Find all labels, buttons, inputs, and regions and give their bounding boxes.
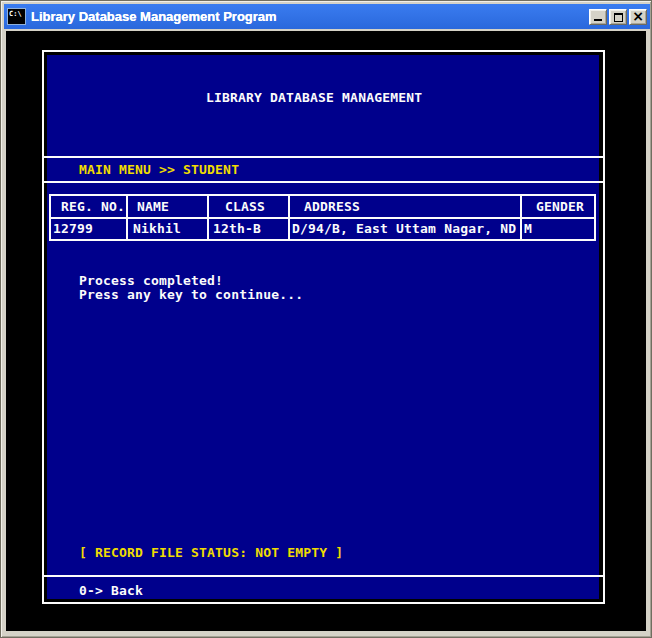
minimize-button[interactable] — [589, 9, 607, 25]
separator-line — [44, 575, 603, 577]
app-window: C:\ Library Database Management Program … — [0, 0, 652, 638]
table-header-row: REG. NO. NAME CLASS ADDRESS GENDER — [51, 196, 594, 219]
col-header-address: ADDRESS — [288, 196, 520, 217]
window-title: Library Database Management Program — [31, 9, 589, 24]
col-header-gender: GENDER — [520, 196, 594, 217]
close-button[interactable]: × — [629, 9, 647, 25]
separator-line — [44, 156, 603, 158]
titlebar[interactable]: C:\ Library Database Management Program … — [4, 4, 650, 29]
cell-reg-no: 12799 — [51, 219, 126, 239]
page-title: LIBRARY DATABASE MANAGEMENT — [206, 91, 422, 105]
cell-address: D/94/B, East Uttam Nagar, ND — [288, 219, 520, 239]
back-option: 0-> Back — [79, 584, 143, 598]
minimize-icon — [594, 19, 602, 21]
window-controls: × — [589, 9, 647, 25]
cell-gender: M — [520, 219, 594, 239]
maximize-button[interactable] — [609, 9, 627, 25]
process-message: Process completed! — [79, 274, 223, 288]
student-table: REG. NO. NAME CLASS ADDRESS GENDER 12799… — [49, 194, 596, 241]
close-icon: × — [632, 9, 644, 23]
separator-line — [44, 181, 603, 183]
col-header-reg-no: REG. NO. — [51, 196, 126, 217]
press-key-message: Press any key to continue... — [79, 288, 303, 302]
col-header-class: CLASS — [207, 196, 288, 217]
cell-name: Nikhil — [126, 219, 207, 239]
col-header-name: NAME — [126, 196, 207, 217]
console-client-area[interactable]: LIBRARY DATABASE MANAGEMENT MAIN MENU >>… — [6, 31, 646, 631]
maximize-icon — [614, 13, 623, 22]
breadcrumb: MAIN MENU >> STUDENT — [79, 163, 239, 177]
panel-background — [47, 55, 599, 599]
console-app-icon: C:\ — [7, 8, 26, 25]
cell-class: 12th-B — [207, 219, 288, 239]
table-row: 12799 Nikhil 12th-B D/94/B, East Uttam N… — [51, 219, 594, 239]
console-icon-text: C:\ — [9, 10, 22, 18]
record-file-status: [ RECORD FILE STATUS: NOT EMPTY ] — [79, 546, 343, 560]
